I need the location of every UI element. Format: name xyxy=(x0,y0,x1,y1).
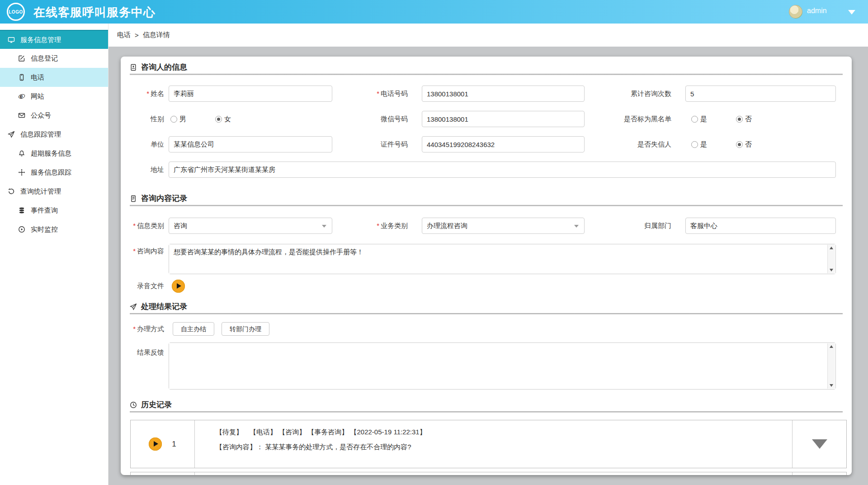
feedback-textarea[interactable] xyxy=(169,343,835,389)
textarea-scrollbar[interactable] xyxy=(827,245,835,273)
sidebar-item-info-registration[interactable]: 信息登记 xyxy=(0,49,108,68)
dishonest-option-yes[interactable]: 是 xyxy=(691,140,707,149)
top-header-bar: LOGO 在线客服呼叫服务中心 admin xyxy=(0,0,868,24)
phone-label: 电话号码 xyxy=(315,86,408,102)
gender-radio-group: 男 女 xyxy=(170,111,231,127)
mail-icon xyxy=(18,112,25,119)
select-value: 办理流程咨询 xyxy=(427,222,467,229)
business-category-select[interactable]: 办理流程咨询 xyxy=(422,218,585,234)
sidebar-item-service-info-tracking[interactable]: 服务信息跟踪 xyxy=(0,163,108,182)
gender-option-female[interactable]: 女 xyxy=(215,115,231,124)
section-divider xyxy=(130,74,843,75)
history-play-button[interactable] xyxy=(149,437,162,451)
radio-checked-icon xyxy=(736,141,743,148)
sidebar-item-query-statistics-management[interactable]: 查询统计管理 xyxy=(0,182,108,201)
address-label: 地址 xyxy=(121,162,164,178)
name-input[interactable] xyxy=(169,86,332,102)
recording-play-button[interactable] xyxy=(172,280,185,293)
transfer-department-button[interactable]: 转部门办理 xyxy=(222,322,269,336)
breadcrumb-parent[interactable]: 电话 xyxy=(117,31,131,39)
sidebar-item-label: 查询统计管理 xyxy=(20,187,61,196)
wechat-input[interactable] xyxy=(422,111,585,127)
scroll-down-icon[interactable] xyxy=(830,384,833,387)
textarea-scrollbar[interactable] xyxy=(827,343,835,389)
paper-plane-icon xyxy=(130,303,137,310)
feedback-field xyxy=(169,342,836,390)
phone-icon xyxy=(18,74,25,81)
sidebar-item-label: 服务信息跟踪 xyxy=(31,168,71,177)
history-record-body: 【待复】 【电话】 【咨询】 【事务咨询】 【2022-05-19 11:22:… xyxy=(195,420,792,468)
name-label: 姓名 xyxy=(121,86,164,102)
sidebar-item-label: 服务信息管理 xyxy=(20,36,61,44)
scroll-up-icon[interactable] xyxy=(830,345,833,348)
sidebar-item-official-account[interactable]: 公众号 xyxy=(0,106,108,125)
detail-card: 咨询人的信息 姓名 电话号码 累计咨询次数 性别 男 女 微信号码 是否标为黑名… xyxy=(121,57,852,475)
section-title-text: 咨询人的信息 xyxy=(141,62,187,72)
sidebar-item-info-tracking-management[interactable]: 信息跟踪管理 xyxy=(0,125,108,144)
user-avatar[interactable] xyxy=(789,5,802,19)
history-record-index: 1 xyxy=(172,440,176,449)
section-divider xyxy=(130,313,843,314)
edit-icon xyxy=(18,55,25,62)
live-monitor-icon xyxy=(18,226,25,233)
sidebar-item-website[interactable]: e 网站 xyxy=(0,87,108,106)
radio-option-label: 女 xyxy=(224,115,231,124)
radio-option-label: 否 xyxy=(745,140,752,149)
radio-option-label: 是 xyxy=(700,140,707,149)
breadcrumb: 电话 > 信息详情 xyxy=(108,24,868,47)
section-title-text: 历史记录 xyxy=(141,399,172,410)
dishonest-option-no[interactable]: 否 xyxy=(736,140,752,149)
sidebar-item-label: 超期服务信息 xyxy=(31,149,71,158)
blacklist-option-yes[interactable]: 是 xyxy=(691,115,707,124)
history-record xyxy=(130,472,847,475)
send-icon xyxy=(8,131,15,138)
sidebar-item-phone[interactable]: 电话 xyxy=(0,68,108,87)
history-icon xyxy=(8,188,15,195)
app-logo: LOGO xyxy=(7,3,25,21)
sidebar-item-event-query[interactable]: 事件查询 xyxy=(0,201,108,220)
sidebar-item-overdue-service-info[interactable]: 超期服务信息 xyxy=(0,144,108,163)
recording-label: 录音文件 xyxy=(121,278,164,294)
radio-unchecked-icon xyxy=(170,116,177,123)
history-record-line2: 【咨询内容】： 某某某事务的处理方式，是否存在不合理的内容? xyxy=(216,443,783,452)
wechat-label: 微信号码 xyxy=(315,111,408,127)
section-title-result: 处理结果记录 xyxy=(130,301,187,312)
scroll-up-icon[interactable] xyxy=(830,247,833,249)
history-record-expand-cell xyxy=(792,472,846,475)
radio-option-label: 是 xyxy=(700,115,707,124)
expand-arrow-icon[interactable] xyxy=(812,439,827,449)
info-category-select[interactable]: 咨询 xyxy=(169,218,332,234)
track-icon xyxy=(18,169,25,176)
company-input[interactable] xyxy=(169,136,332,152)
history-record: 1 【待复】 【电话】 【咨询】 【事务咨询】 【2022-05-19 11:2… xyxy=(130,420,847,468)
phone-input[interactable] xyxy=(422,86,585,102)
scroll-down-icon[interactable] xyxy=(830,269,833,271)
id-number-label: 证件号码 xyxy=(315,136,408,152)
sidebar-item-service-info-management[interactable]: 服务信息管理 xyxy=(0,30,108,49)
username-label[interactable]: admin xyxy=(807,7,827,15)
gender-option-male[interactable]: 男 xyxy=(170,115,186,124)
sidebar-item-label: 网站 xyxy=(31,92,44,101)
self-complete-button[interactable]: 自主办结 xyxy=(173,322,214,336)
user-menu-caret-icon[interactable] xyxy=(848,10,855,14)
blacklist-radio-group: 是 否 xyxy=(691,111,752,127)
id-number-input[interactable] xyxy=(422,136,585,152)
blacklist-option-no[interactable]: 否 xyxy=(736,115,752,124)
section-title-text: 处理结果记录 xyxy=(141,301,187,312)
department-label: 归属部门 xyxy=(573,218,671,234)
consult-count-input[interactable] xyxy=(685,86,836,102)
company-label: 单位 xyxy=(121,136,164,152)
consult-content-textarea[interactable]: 想要咨询某某的事情的具体办理流程，是否能提供操作手册等！ xyxy=(169,244,835,274)
history-record-left-cell: 1 xyxy=(131,420,195,468)
blacklist-label: 是否标为黑名单 xyxy=(573,111,671,127)
database-icon xyxy=(18,207,25,214)
section-title-history: 历史记录 xyxy=(130,399,172,410)
section-divider xyxy=(130,411,843,413)
department-input[interactable] xyxy=(685,218,836,234)
history-record-line1: 【待复】 【电话】 【咨询】 【事务咨询】 【2022-05-19 11:22:… xyxy=(216,428,783,437)
clock-icon xyxy=(130,401,137,409)
sidebar-item-label: 信息跟踪管理 xyxy=(20,130,61,139)
address-input[interactable] xyxy=(169,162,836,178)
dishonest-radio-group: 是 否 xyxy=(691,136,752,152)
sidebar-item-realtime-monitor[interactable]: 实时监控 xyxy=(0,220,108,239)
